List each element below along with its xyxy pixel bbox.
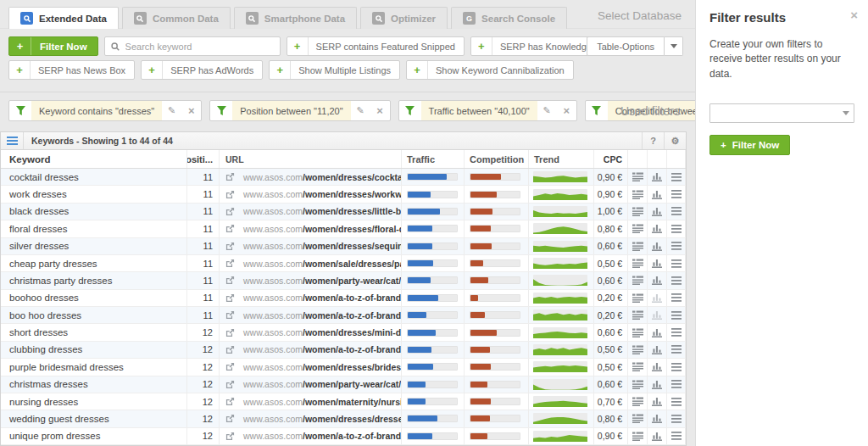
column-header-competition[interactable]: Competition [465, 150, 529, 168]
url-link[interactable]: www.asos.com/women/dresses/dresses-for-w… [225, 414, 401, 424]
select-database[interactable]: Select Database [598, 9, 682, 22]
history-chart-button[interactable] [648, 376, 667, 393]
table-row[interactable]: black dresses11www.asos.com/women/dresse… [1, 203, 686, 220]
close-icon[interactable]: × [850, 8, 858, 21]
column-header-keyword[interactable]: Keyword [1, 150, 187, 168]
serp-details-button[interactable] [628, 238, 648, 254]
remove-filter-button[interactable]: × [181, 101, 201, 120]
add-filter-button-show-keyword-cannibalization[interactable]: +Show Keyword Cannibalization [406, 60, 574, 80]
remove-filter-button[interactable]: × [370, 101, 390, 120]
row-menu-button[interactable] [667, 220, 686, 237]
serp-details-button[interactable] [628, 376, 648, 393]
row-menu-button[interactable] [667, 272, 686, 288]
serp-details-button[interactable] [628, 255, 648, 271]
url-link[interactable]: www.asos.com/women/party-wear/cat/?cid=1… [225, 379, 401, 389]
url-link[interactable]: www.asos.com/women/a-to-z-of-brands/booh… [225, 293, 401, 303]
table-row[interactable]: floral dresses11www.asos.com/women/dress… [1, 220, 686, 237]
tab-smartphone-data[interactable]: Smartphone Data [234, 7, 357, 29]
table-row[interactable]: boohoo dresses11www.asos.com/women/a-to-… [1, 290, 686, 307]
table-row[interactable]: unique prom dresses12www.asos.com/women/… [1, 428, 686, 445]
table-row[interactable]: purple bridesmaid dresses12www.asos.com/… [1, 359, 686, 376]
table-options-caret-button[interactable] [665, 36, 683, 56]
row-menu-button[interactable] [667, 324, 686, 340]
table-options-button[interactable]: Table-Options [587, 36, 665, 56]
table-row[interactable]: boo hoo dresses11www.asos.com/women/a-to… [1, 307, 686, 324]
row-menu-button[interactable] [667, 203, 686, 220]
history-chart-button[interactable] [648, 272, 667, 288]
column-header-cpc[interactable]: CPC [594, 150, 628, 168]
url-link[interactable]: www.asos.com/women/dresses/cocktail-dres… [225, 172, 401, 182]
history-chart-button[interactable] [648, 428, 667, 444]
table-row[interactable]: christmas party dresses11www.asos.com/wo… [1, 272, 686, 289]
filter-now-button[interactable]: + Filter Now [8, 36, 98, 56]
row-menu-button[interactable] [667, 359, 686, 375]
add-filter-button-serp-contains-featured-snipped[interactable]: +SERP contains Featured Snipped [287, 36, 465, 56]
row-menu-button[interactable] [667, 410, 686, 426]
serp-details-button[interactable] [628, 290, 648, 306]
history-chart-button[interactable] [648, 324, 667, 340]
column-header-url[interactable]: URL [220, 150, 402, 168]
table-row[interactable]: work dresses11www.asos.com/women/dresses… [1, 186, 686, 203]
remove-filter-button[interactable]: × [557, 101, 576, 120]
column-header-traffic[interactable]: Traffic [402, 150, 465, 168]
tab-search-console[interactable]: GSearch Console [451, 7, 567, 29]
serp-details-button[interactable] [628, 410, 648, 426]
search-keyword-box[interactable] [104, 36, 281, 56]
table-row[interactable]: wedding guest dresses12www.asos.com/wome… [1, 410, 686, 427]
column-header-trend[interactable]: Trend [529, 150, 594, 168]
tab-common-data[interactable]: Common Data [122, 7, 231, 29]
edit-filter-button[interactable]: ✎ [351, 101, 370, 120]
help-button[interactable]: ? [642, 132, 664, 149]
serp-details-button[interactable] [628, 220, 648, 237]
url-link[interactable]: www.asos.com/women/a-to-z-of-brands/club… [225, 344, 401, 354]
url-link[interactable]: www.asos.com/women/dresses/sequin-dresse… [225, 241, 401, 251]
serp-details-button[interactable] [628, 272, 648, 288]
serp-details-button[interactable] [628, 186, 648, 202]
row-menu-button[interactable] [667, 428, 686, 444]
history-chart-button[interactable] [648, 410, 667, 426]
sidebar-filter-now-button[interactable]: + Filter Now [709, 135, 790, 155]
serp-details-button[interactable] [628, 169, 648, 185]
serp-details-button[interactable] [628, 359, 648, 375]
table-row[interactable]: nursing dresses12www.asos.com/women/mate… [1, 393, 686, 410]
history-chart-button[interactable] [648, 169, 667, 185]
tab-optimizer[interactable]: Optimizer [360, 7, 448, 29]
table-row[interactable]: christmas dresses12www.asos.com/women/pa… [1, 376, 686, 393]
row-menu-button[interactable] [667, 255, 686, 271]
url-link[interactable]: www.asos.com/women/dresses/little-black-… [225, 206, 401, 216]
serp-details-button[interactable] [628, 307, 648, 323]
history-chart-button[interactable] [648, 238, 667, 254]
history-chart-button[interactable] [648, 186, 667, 202]
edit-filter-button[interactable]: ✎ [162, 101, 181, 120]
filter-select[interactable] [709, 103, 854, 123]
edit-filter-button[interactable]: ✎ [537, 101, 557, 120]
serp-details-button[interactable] [628, 342, 648, 358]
serp-details-button[interactable] [628, 428, 648, 444]
row-menu-button[interactable] [667, 238, 686, 254]
settings-button[interactable]: ⚙ [664, 132, 686, 149]
row-menu-button[interactable] [667, 376, 686, 393]
history-chart-button[interactable] [648, 220, 667, 237]
table-row[interactable]: clubbing dresses12www.asos.com/women/a-t… [1, 342, 686, 359]
add-filter-button-serp-has-news-box[interactable]: +SERP has News Box [8, 60, 135, 80]
row-menu-button[interactable] [667, 169, 686, 185]
url-link[interactable]: www.asos.com/women/dresses/workwear-dre.… [225, 189, 401, 199]
serp-details-button[interactable] [628, 324, 648, 340]
url-link[interactable]: www.asos.com/women/maternity/nursing/cat… [225, 397, 401, 407]
url-link[interactable]: www.asos.com/women/sale/dresses/party-dr… [225, 259, 401, 269]
column-header-positi[interactable]: Positi... [187, 150, 220, 168]
history-chart-button[interactable] [648, 342, 667, 358]
row-menu-button[interactable] [667, 290, 686, 306]
history-chart-button[interactable] [648, 255, 667, 271]
search-keyword-input[interactable] [125, 42, 275, 52]
row-menu-button[interactable] [667, 186, 686, 202]
add-filter-button-serp-has-adwords[interactable]: +SERP has AdWords [141, 60, 263, 80]
row-menu-button[interactable] [667, 393, 686, 410]
serp-details-button[interactable] [628, 203, 648, 220]
table-row[interactable]: cheap party dresses11www.asos.com/women/… [1, 255, 686, 272]
table-row[interactable]: short dresses12www.asos.com/women/dresse… [1, 324, 686, 341]
add-filter-button-show-multiple-listings[interactable]: +Show Multiple Listings [269, 60, 400, 80]
row-menu-button[interactable] [667, 307, 686, 323]
url-link[interactable]: www.asos.com/women/dresses/mini-dresses/… [225, 327, 401, 337]
table-row[interactable]: silver dresses11www.asos.com/women/dress… [1, 238, 686, 255]
